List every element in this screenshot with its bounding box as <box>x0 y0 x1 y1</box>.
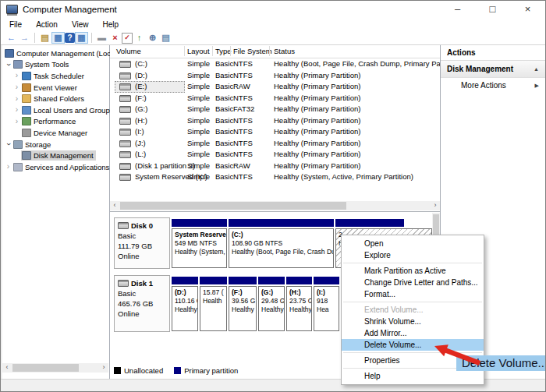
export-list-icon[interactable]: ▤ <box>38 32 51 44</box>
collapse-chevron-icon[interactable]: › <box>5 60 12 69</box>
volume-cell: NTFS <box>233 59 253 68</box>
partition-block-g[interactable]: (G:)29.48 GHealthy <box>258 277 285 331</box>
expand-chevron-icon[interactable]: › <box>12 72 21 79</box>
column-separator[interactable] <box>269 46 270 56</box>
partition-block-systemreserve[interactable]: System Reserve549 MB NTFSHealthy (System… <box>172 219 227 268</box>
scroll-right-icon[interactable]: › <box>431 201 440 210</box>
partition-body[interactable]: (H:)23.75 GHealthy <box>286 286 312 331</box>
context-menu-item-shrink-volume[interactable]: Shrink Volume... <box>342 316 484 327</box>
volume-row-j[interactable]: (J:)SimpleBasicNTFSHealthy (Primary Part… <box>110 138 440 150</box>
partition-body[interactable]: 15.87 (Health <box>200 286 227 331</box>
properties-icon[interactable]: ▤ <box>159 32 172 44</box>
find-icon[interactable]: ⊕ <box>146 32 159 44</box>
scroll-right-icon[interactable]: › <box>99 363 108 373</box>
sidebar-item-storage[interactable]: ›Storage <box>4 139 109 150</box>
sidebar-item-local-users-and-groups[interactable]: ›Local Users and Groups <box>12 104 109 116</box>
partition-body[interactable]: System Reserve549 MB NTFSHealthy (System… <box>172 228 227 268</box>
partition-block[interactable]: 15.87 (Health <box>200 277 227 331</box>
expand-chevron-icon[interactable]: › <box>12 118 21 125</box>
volume-cell: Healthy (Primary Partition) <box>274 71 360 79</box>
sidebar-item-services-and-applications[interactable]: ›Services and Applications <box>4 161 109 173</box>
sidebar-item-shared-folders[interactable]: ›Shared Folders <box>12 93 109 104</box>
up-icon[interactable]: ↑ <box>133 32 146 44</box>
column-header-file-system[interactable]: File System <box>233 47 272 55</box>
expand-chevron-icon[interactable]: › <box>12 95 21 103</box>
disk-label-disk-1[interactable]: Disk 1Basic465.76 GBOnline <box>114 275 170 332</box>
volume-row-l[interactable]: (L:)SimpleBasicNTFSHealthy (Primary Part… <box>110 149 440 161</box>
context-menu-item-help[interactable]: Help <box>342 370 484 382</box>
volume-row-systemreservedk[interactable]: System Reserved (K:)SimpleBasicNTFSHealt… <box>110 171 440 183</box>
scroll-left-icon[interactable]: ‹ <box>2 363 12 373</box>
partition-block-d[interactable]: (D:)110.16 GHealthy <box>172 277 198 331</box>
close-button[interactable]: × <box>510 1 545 18</box>
back-icon[interactable]: ← <box>5 32 18 44</box>
check-disk-icon[interactable]: ✓ <box>122 33 133 44</box>
sidebar-item-performance[interactable]: ›Performance <box>12 116 109 128</box>
sidebar-item-system-tools[interactable]: ›System Tools <box>4 59 109 71</box>
partition-body[interactable]: (I:)918Hea <box>314 286 339 331</box>
collapse-icon[interactable]: ▲ <box>534 61 539 77</box>
volume-row-d[interactable]: (D:)SimpleBasicNTFSHealthy (Primary Part… <box>110 70 440 82</box>
minimize-button[interactable]: – <box>440 1 475 18</box>
volume-row-i[interactable]: (I:)SimpleBasicNTFSHealthy (Primary Part… <box>110 126 440 138</box>
scroll-left-icon[interactable]: ‹ <box>110 201 119 210</box>
partition-block-c[interactable]: (C:)108.90 GB NTFSHealthy (Boot, Page Fi… <box>229 219 334 268</box>
sidebar-item-computer-management-local[interactable]: Computer Management (Local <box>4 48 109 59</box>
volume-row-disk1partition2[interactable]: (Disk 1 partition 2)SimpleBasicRAWHealth… <box>110 161 440 172</box>
expand-chevron-icon[interactable]: › <box>12 83 21 91</box>
splitter[interactable] <box>110 211 440 212</box>
partition-body[interactable]: (D:)110.16 GHealthy <box>172 286 198 331</box>
column-header-layout[interactable]: Layout <box>187 47 210 55</box>
partition-block-f[interactable]: (F:)39.56 GHealthy <box>229 277 257 331</box>
column-header-type[interactable]: Type <box>215 47 232 55</box>
sidebar-item-disk-management[interactable]: Disk Management <box>12 150 109 161</box>
menu-file[interactable]: File <box>2 20 29 29</box>
menu-help[interactable]: Help <box>95 20 126 29</box>
context-menu-item-extend-volume[interactable]: Extend Volume... <box>342 304 484 316</box>
context-menu-item-explore[interactable]: Explore <box>342 249 484 261</box>
partition-block-h[interactable]: (H:)23.75 GHealthy <box>286 277 312 331</box>
maximize-button[interactable]: □ <box>475 1 510 18</box>
partition-block-i[interactable]: (I:)918Hea <box>314 277 339 331</box>
partition-body[interactable]: (F:)39.56 GHealthy <box>229 286 257 331</box>
expand-chevron-icon[interactable]: › <box>12 106 21 114</box>
context-menu-item-add-mirror[interactable]: Add Mirror... <box>342 327 484 339</box>
scroll-thumb[interactable] <box>12 364 79 372</box>
scroll-thumb[interactable] <box>120 202 346 210</box>
column-separator[interactable] <box>230 46 231 56</box>
context-menu-item-open[interactable]: Open <box>342 238 484 249</box>
partition-size: 15.87 ( <box>203 288 226 297</box>
column-header-volume[interactable]: Volume <box>116 47 141 55</box>
sidebar-item-task-scheduler[interactable]: ›Task Scheduler <box>12 70 109 82</box>
actions-group-disk-management[interactable]: Disk Management ▲ <box>441 61 545 78</box>
partition-body[interactable]: (C:)108.90 GB NTFSHealthy (Boot, Page Fi… <box>229 228 334 268</box>
volume-row-f[interactable]: (F:)SimpleBasicNTFSHealthy (Primary Part… <box>110 93 440 104</box>
show-window-icon[interactable]: ▦ <box>75 32 88 44</box>
disk-label-disk-0[interactable]: Disk 0Basic111.79 GBOnline <box>114 217 170 269</box>
context-menu-item-change-drive-letter-and-paths[interactable]: Change Drive Letter and Paths... <box>342 277 484 288</box>
volume-row-e[interactable]: (E:)SimpleBasicRAWHealthy (Primary Parti… <box>110 81 440 93</box>
column-separator[interactable] <box>184 46 185 56</box>
volume-row-c[interactable]: (C:)SimpleBasicNTFSHealthy (Boot, Page F… <box>110 58 440 70</box>
volume-row-g[interactable]: (G:)SimpleBasicFAT32Healthy (Primary Par… <box>110 104 440 115</box>
update-icon[interactable]: ▬ <box>95 32 108 44</box>
sidebar-item-event-viewer[interactable]: ›Event Viewer <box>12 82 109 94</box>
volume-list-hscrollbar[interactable]: ‹ › <box>110 201 440 210</box>
context-menu-item-format[interactable]: Format... <box>342 288 484 300</box>
delete-icon[interactable]: × <box>108 32 122 44</box>
collapse-chevron-icon[interactable]: › <box>5 140 12 149</box>
volume-row-h[interactable]: (H:)SimpleBasicNTFSHealthy (Primary Part… <box>110 115 440 127</box>
column-separator[interactable] <box>212 46 213 56</box>
expand-chevron-icon[interactable]: › <box>4 163 12 171</box>
menu-view[interactable]: View <box>65 20 96 29</box>
column-header-status[interactable]: Status <box>274 47 295 55</box>
help-icon[interactable]: ? <box>65 33 75 43</box>
more-actions-item[interactable]: More Actions ▶ <box>441 78 545 93</box>
partition-body[interactable]: (G:)29.48 GHealthy <box>258 286 285 331</box>
menu-action[interactable]: Action <box>29 20 65 29</box>
console-window-icon[interactable]: ▦ <box>51 32 65 44</box>
forward-icon[interactable]: → <box>18 32 31 44</box>
sidebar-item-device-manager[interactable]: Device Manager <box>12 127 109 139</box>
tree-hscrollbar[interactable]: ‹› <box>2 363 108 373</box>
context-menu-item-mark-partition-as-active[interactable]: Mark Partition as Active <box>342 265 484 277</box>
